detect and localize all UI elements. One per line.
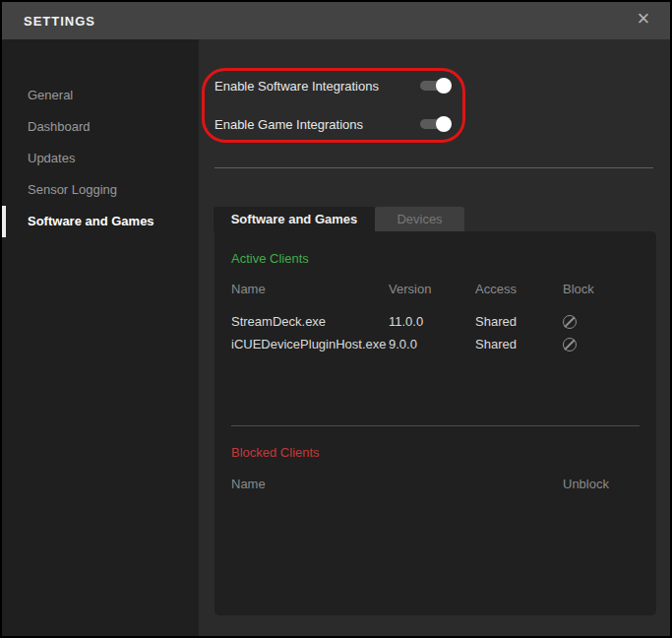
close-icon[interactable]: ×: [633, 10, 654, 32]
column-header-block: Block: [563, 282, 640, 296]
sidebar-item-updates[interactable]: Updates: [2, 143, 199, 174]
no-entry-icon[interactable]: [563, 315, 577, 329]
window-title: SETTINGS: [24, 14, 95, 29]
game-integrations-row: Enable Game Integrations: [214, 113, 450, 135]
table-row: iCUEDevicePluginHost.exe 9.0.0 Shared: [231, 336, 640, 352]
sidebar-item-dashboard[interactable]: Dashboard: [2, 111, 199, 143]
client-tabs: Software and Games Devices: [214, 207, 464, 231]
column-header-name: Name: [231, 282, 389, 296]
software-integrations-label: Enable Software Integrations: [214, 79, 379, 94]
column-header-version: Version: [389, 282, 475, 296]
active-clients-header-row: Name Version Access Block: [231, 282, 640, 296]
toggle-knob: [436, 116, 452, 132]
clients-panel: Active Clients Name Version Access Block…: [214, 231, 656, 615]
active-clients-title: Active Clients: [231, 251, 309, 266]
client-name: StreamDeck.exe: [231, 314, 389, 329]
sidebar-item-sensor-logging[interactable]: Sensor Logging: [2, 174, 199, 206]
table-row: StreamDeck.exe 11.0.0 Shared: [231, 313, 640, 330]
client-version: 9.0.0: [389, 337, 475, 351]
game-integrations-label: Enable Game Integrations: [214, 117, 363, 132]
sidebar-item-software-and-games[interactable]: Software and Games: [2, 206, 199, 237]
blocked-clients-header-row: Name Unblock: [231, 477, 640, 491]
tab-software-and-games[interactable]: Software and Games: [214, 207, 375, 231]
section-divider: [214, 167, 653, 168]
software-integrations-row: Enable Software Integrations: [214, 75, 450, 96]
column-header-access: Access: [475, 282, 563, 296]
client-version: 11.0.0: [389, 314, 475, 329]
client-name: iCUEDevicePluginHost.exe: [231, 337, 389, 351]
sidebar-item-general[interactable]: General: [2, 80, 199, 111]
game-integrations-toggle[interactable]: [420, 119, 450, 129]
settings-content: Enable Software Integrations Enable Game…: [199, 39, 670, 636]
sidebar: General Dashboard Updates Sensor Logging…: [2, 39, 199, 636]
column-header-unblock: Unblock: [563, 477, 640, 491]
blocked-section-divider: [231, 425, 640, 426]
client-access: Shared: [475, 314, 563, 329]
settings-window: SETTINGS × General Dashboard Updates Sen…: [0, 0, 672, 638]
column-header-name: Name: [231, 477, 389, 491]
toggle-knob: [436, 78, 452, 94]
client-access: Shared: [475, 337, 563, 351]
no-entry-icon[interactable]: [563, 338, 577, 351]
software-integrations-toggle[interactable]: [420, 81, 450, 91]
tab-devices[interactable]: Devices: [375, 207, 464, 231]
title-bar: SETTINGS ×: [2, 2, 670, 39]
window-body: General Dashboard Updates Sensor Logging…: [2, 39, 670, 636]
blocked-clients-title: Blocked Clients: [231, 445, 320, 460]
